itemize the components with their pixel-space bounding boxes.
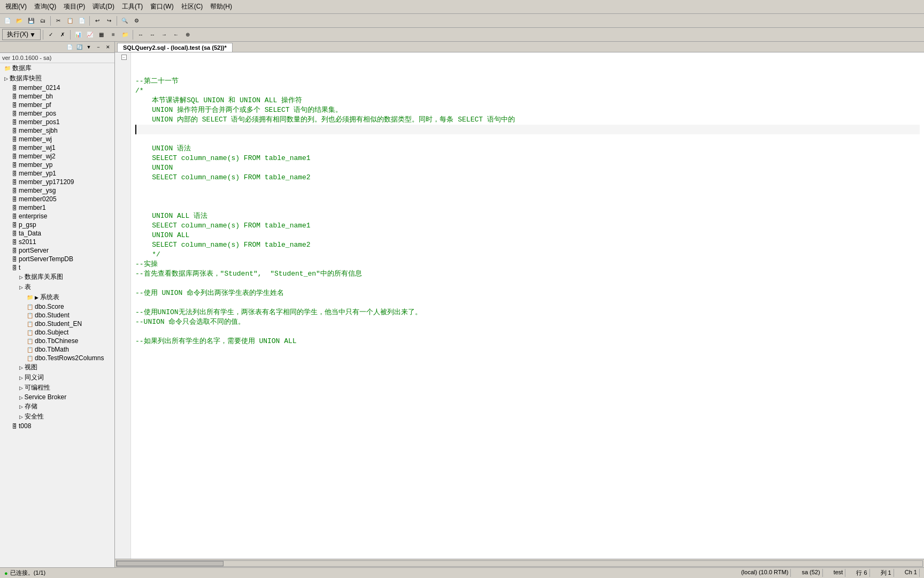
code-line[interactable]: */	[135, 250, 920, 260]
tree-item[interactable]: 🗄s2011	[0, 238, 114, 246]
uncomment-btn[interactable]: --	[147, 29, 158, 40]
redo-btn[interactable]: ↪	[104, 16, 114, 26]
paste-btn[interactable]: 📄	[76, 16, 87, 26]
tree-item[interactable]: ▷ 同义词	[0, 372, 114, 383]
results-to-file-btn[interactable]: 📁	[120, 29, 130, 40]
save-all-btn[interactable]: 🗂	[37, 16, 48, 26]
tree-item[interactable]: 🗄member_wj	[0, 135, 114, 143]
cut-btn[interactable]: ✂	[53, 16, 64, 26]
menu-project[interactable]: 项目(P)	[60, 1, 88, 12]
tree-item[interactable]: 🗄member_wj1	[0, 143, 114, 152]
sql-query-tab[interactable]: SQLQuery2.sql - (local).test (sa (52))*	[117, 43, 233, 52]
code-line[interactable]: --如果列出所有学生的名字，需要使用 UNION ALL	[135, 337, 920, 346]
menu-help[interactable]: 帮助(H)	[207, 1, 235, 12]
tree-item[interactable]: ▷ 数据库关系图	[0, 272, 114, 282]
tree-item[interactable]: 📋dbo.Student	[0, 311, 114, 320]
tree-item[interactable]: 📋dbo.Student_EN	[0, 320, 114, 328]
menu-community[interactable]: 社区(C)	[178, 1, 206, 12]
execute-button[interactable]: 执行(X) ▼	[2, 29, 41, 40]
properties-btn[interactable]: ⚙	[131, 16, 142, 26]
save-btn[interactable]: 💾	[26, 16, 36, 26]
close-panel-btn[interactable]: ✕	[104, 43, 112, 51]
code-line[interactable]: /*	[135, 86, 920, 96]
tree-item[interactable]: 🗄t008	[0, 422, 114, 430]
menu-query[interactable]: 查询(Q)	[31, 1, 59, 12]
code-line[interactable]: --实操	[135, 260, 920, 269]
undo-btn[interactable]: ↩	[92, 16, 103, 26]
cancel-btn[interactable]: ✗	[57, 29, 68, 40]
code-line[interactable]: SELECT column_name(s) FROM table_name1	[135, 221, 920, 231]
tree-item[interactable]: 🗄t	[0, 263, 114, 272]
tree-item[interactable]: 🗄member_sjbh	[0, 126, 114, 135]
tree-item[interactable]: 🗄member1	[0, 203, 114, 212]
tree-item[interactable]: ▷ 安全性	[0, 412, 114, 422]
tree-item[interactable]: 🗄member_pos1	[0, 118, 114, 126]
tree-item[interactable]: ▷ 表	[0, 282, 114, 292]
tree-item[interactable]: 🗄member_yp	[0, 161, 114, 169]
code-line[interactable]: --使用UNION无法列出所有学生，两张表有名字相同的学生，他当中只有一个人被列…	[135, 308, 920, 317]
code-line[interactable]	[135, 279, 920, 288]
sql-editor[interactable]: − --第二十一节/* 本节课讲解SQL UNION 和 UNION ALL 操…	[115, 52, 924, 559]
code-line[interactable]	[135, 182, 920, 192]
tree-item[interactable]: 🗄portServerTempDB	[0, 255, 114, 263]
tree-item[interactable]: 📋dbo.Subject	[0, 328, 114, 337]
tree-item[interactable]: 🗄portServer	[0, 246, 114, 255]
code-line[interactable]: UNION	[135, 163, 920, 173]
tree-item[interactable]: 🗄member_wj2	[0, 152, 114, 161]
new-query-icon[interactable]: 📄	[65, 43, 74, 51]
tree-item[interactable]: ▷ 视图	[0, 362, 114, 372]
zoom-btn[interactable]: ⊕	[182, 29, 193, 40]
code-line[interactable]: SELECT column_name(s) FROM table_name1	[135, 154, 920, 163]
indent-btn[interactable]: →	[159, 29, 170, 40]
code-content[interactable]: --第二十一节/* 本节课讲解SQL UNION 和 UNION ALL 操作符…	[131, 52, 924, 559]
tree-item[interactable]: 📋dbo.Score	[0, 302, 114, 311]
filter-icon[interactable]: ▼	[84, 43, 93, 51]
horizontal-scrollbar[interactable]	[115, 559, 924, 567]
code-line[interactable]	[135, 202, 920, 211]
code-line[interactable]: UNION ALL 语法	[135, 211, 920, 221]
code-line[interactable]: UNION 语法	[135, 144, 920, 154]
collapse-icon[interactable]: −	[94, 43, 103, 51]
code-line[interactable]	[135, 298, 920, 308]
code-line[interactable]: SELECT column_name(s) FROM table_name2	[135, 240, 920, 250]
tree-item[interactable]: ▷ 存储	[0, 401, 114, 412]
comment-btn[interactable]: --	[135, 29, 146, 40]
tree-item[interactable]: 🗄member_0214	[0, 83, 114, 92]
tree-item[interactable]: 📁数据库	[0, 63, 114, 73]
tree-item[interactable]: 🗄ta_Data	[0, 229, 114, 238]
tree-item[interactable]: 📋dbo.TbMath	[0, 345, 114, 354]
parse-btn[interactable]: ✓	[45, 29, 56, 40]
code-line[interactable]: UNION 内部的 SELECT 语句必须拥有相同数量的列。列也必须拥有相似的数…	[135, 115, 920, 125]
tree-item[interactable]: 🗄member_pf	[0, 101, 114, 109]
tree-item[interactable]: 📋dbo.TestRows2Columns	[0, 354, 114, 362]
find-btn[interactable]: 🔍	[119, 16, 130, 26]
tree-item[interactable]: 📋dbo.TbChinese	[0, 337, 114, 345]
code-line[interactable]: --UNION 命令只会选取不同的值。	[135, 317, 920, 327]
code-line[interactable]	[135, 134, 920, 144]
code-line[interactable]	[135, 192, 920, 202]
tree-item[interactable]: 🗄member0205	[0, 195, 114, 203]
refresh-icon[interactable]: 🔄	[75, 43, 83, 51]
tree-item[interactable]: 🗄member_yp171209	[0, 178, 114, 186]
results-to-grid-btn[interactable]: ▦	[96, 29, 107, 40]
code-line[interactable]	[135, 327, 920, 337]
code-line[interactable]: --使用 UNION 命令列出两张学生表的学生姓名	[135, 288, 920, 298]
new-query-btn[interactable]: 📄	[2, 16, 13, 26]
menu-debug[interactable]: 调试(D)	[89, 1, 118, 12]
outdent-btn[interactable]: ←	[171, 29, 181, 40]
code-line[interactable]: --第二十一节	[135, 77, 920, 86]
tree-item[interactable]: 🗄member_ysg	[0, 186, 114, 195]
code-line[interactable]: UNION ALL	[135, 231, 920, 240]
code-line[interactable]: SELECT column_name(s) FROM table_name2	[135, 173, 920, 182]
menu-view[interactable]: 视图(V)	[2, 1, 30, 12]
results-to-text-btn[interactable]: ≡	[108, 29, 119, 40]
open-btn[interactable]: 📂	[14, 16, 25, 26]
object-explorer-tree[interactable]: 📁数据库▷ 数据库快照🗄member_0214🗄member_bh🗄member…	[0, 63, 114, 567]
tree-item[interactable]: 🗄member_bh	[0, 92, 114, 101]
include-client-stats-btn[interactable]: 📈	[84, 29, 95, 40]
tree-item[interactable]: 🗄member_yp1	[0, 169, 114, 178]
copy-btn[interactable]: 📋	[65, 16, 75, 26]
fold-icon[interactable]: −	[121, 55, 127, 60]
menu-tools[interactable]: 工具(T)	[119, 1, 146, 12]
code-line[interactable]: --首先查看数据库两张表，"Student", "Student_en"中的所有…	[135, 269, 920, 279]
